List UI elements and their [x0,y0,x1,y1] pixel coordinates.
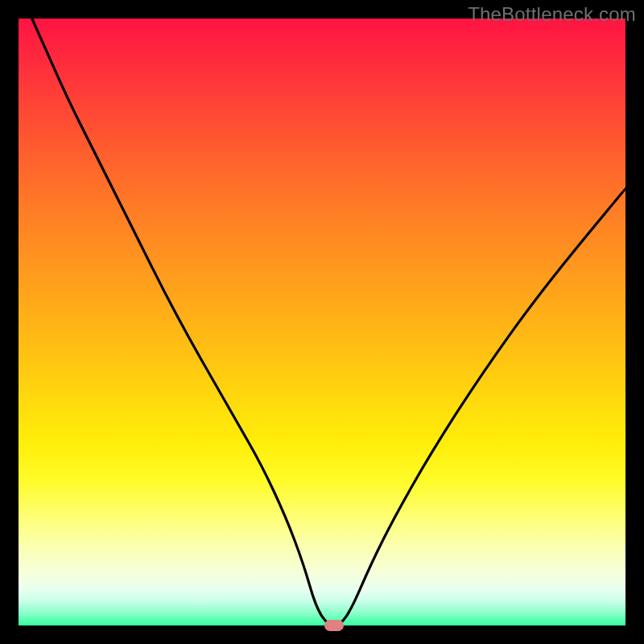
chart-frame: TheBottleneck.com [0,0,644,644]
bottleneck-curve [19,0,625,625]
chart-curve-layer [19,19,625,625]
minimum-marker [324,620,344,631]
